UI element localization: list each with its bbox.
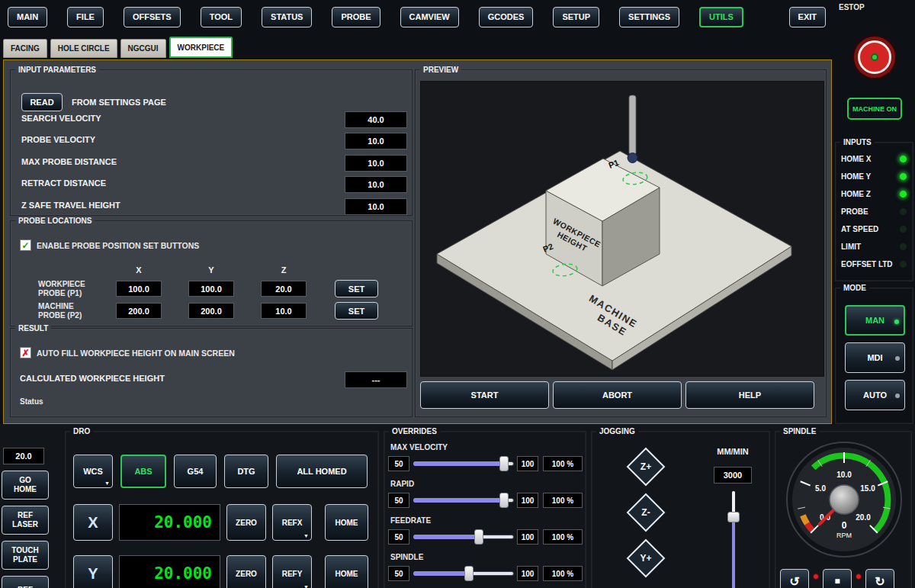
probe-velocity-label: PROBE VELOCITY <box>21 135 95 144</box>
menu-camview[interactable]: CAMVIEW <box>400 7 459 27</box>
tab-workpiece[interactable]: WORKPIECE <box>169 37 233 58</box>
input-parameters-groupbox: INPUT PARAMETERS READ FROM SETTINGS PAGE… <box>10 69 413 216</box>
jog-rate-field[interactable]: 3000 <box>714 467 752 484</box>
search-velocity-field[interactable]: 40.0 <box>345 111 407 128</box>
jog-z-minus-button[interactable]: Z- <box>626 493 666 532</box>
menu-status[interactable]: STATUS <box>262 7 312 27</box>
y-home-button[interactable]: HOME <box>325 555 368 588</box>
p1-x-field[interactable]: 100.0 <box>116 281 162 297</box>
help-button[interactable]: HELP <box>685 381 814 409</box>
p2-x-field[interactable]: 200.0 <box>116 303 162 319</box>
touch-height-field[interactable]: 20.0 <box>3 448 44 464</box>
search-velocity-label: SEARCH VELOCITY <box>21 114 101 123</box>
estop-button[interactable] <box>852 35 897 79</box>
spindle-100-button[interactable]: 100 <box>517 566 538 581</box>
touch-plate-button[interactable]: TOUCH PLATE <box>2 541 49 570</box>
z-safe-height-field[interactable]: 10.0 <box>345 198 407 215</box>
g54-button[interactable]: G54 <box>174 455 217 488</box>
rapid-100-button[interactable]: 100 <box>517 493 538 508</box>
wcs-button[interactable]: WCS ▼ <box>73 455 113 488</box>
ref-button[interactable]: REF <box>2 576 49 588</box>
go-home-button[interactable]: GO HOME <box>2 471 49 500</box>
p2-y-field[interactable]: 200.0 <box>188 303 234 319</box>
menu-setup[interactable]: SETUP <box>553 7 599 27</box>
ref-laser-button[interactable]: REF LASER <box>2 506 49 535</box>
dtg-button[interactable]: DTG <box>224 455 268 488</box>
status-label: Status <box>20 397 43 406</box>
rapid-50-button[interactable]: 50 <box>388 493 409 508</box>
max-velocity-50-button[interactable]: 50 <box>388 456 409 471</box>
max-velocity-slider[interactable] <box>413 456 514 471</box>
p1-set-button[interactable]: SET <box>335 280 378 297</box>
y-zero-button[interactable]: ZERO <box>226 555 266 588</box>
p1-y-field[interactable]: 100.0 <box>188 281 234 297</box>
dro-title: DRO <box>70 426 93 436</box>
p2-z-field[interactable]: 10.0 <box>261 303 307 319</box>
start-button[interactable]: START <box>420 381 549 409</box>
menu-utils[interactable]: UTILS <box>699 7 743 27</box>
preview-illustration: WORKPIECE HEIGHT MACHINE BASE P1 <box>421 82 824 376</box>
mode-man-button[interactable]: MAN <box>845 305 905 336</box>
slider-handle[interactable] <box>474 529 483 545</box>
tab-ngcgui[interactable]: NGCGUI <box>120 39 166 58</box>
feedrate-slider[interactable] <box>413 529 514 545</box>
exit-button[interactable]: EXIT <box>789 7 826 27</box>
tab-facing[interactable]: FACING <box>3 39 47 58</box>
spindle-cw-button[interactable]: ↻ <box>865 569 894 588</box>
menu-probe[interactable]: PROBE <box>332 7 380 27</box>
retract-distance-field[interactable]: 10.0 <box>345 176 407 193</box>
abort-button[interactable]: ABORT <box>553 381 682 409</box>
rapid-slider[interactable] <box>413 493 514 508</box>
spindle-ovr-readout: 100 % <box>543 566 583 581</box>
slider-handle[interactable] <box>464 566 474 581</box>
jog-z-plus-button[interactable]: Z+ <box>626 447 666 487</box>
abs-button[interactable]: ABS <box>120 455 166 488</box>
jog-y-plus-button[interactable]: Y+ <box>626 538 666 578</box>
read-button[interactable]: READ <box>21 93 63 111</box>
mode-auto-button[interactable]: AUTO <box>845 380 905 410</box>
feedrate-100-button[interactable]: 100 <box>517 529 538 545</box>
y-axis-button[interactable]: Y <box>73 555 113 588</box>
max-probe-distance-field[interactable]: 10.0 <box>345 155 407 172</box>
p1-z-field[interactable]: 20.0 <box>261 281 307 297</box>
slider-handle[interactable] <box>727 512 740 522</box>
menu-offsets[interactable]: OFFSETS <box>124 7 181 27</box>
menu-tool[interactable]: TOOL <box>201 7 242 27</box>
menu-main[interactable]: MAIN <box>8 7 47 27</box>
feedrate-label: FEEDRATE <box>390 516 431 525</box>
input-label: HOME Y <box>841 172 871 181</box>
menu-settings[interactable]: SETTINGS <box>619 7 679 27</box>
spindle-50-button[interactable]: 50 <box>388 566 409 581</box>
result-title: RESULT <box>15 323 51 333</box>
p2-set-button[interactable]: SET <box>335 302 378 320</box>
autofill-checkbox[interactable]: ✗ <box>20 347 31 358</box>
estop-label: ESTOP <box>839 3 865 11</box>
y-ref-button[interactable]: REFY ▼ <box>272 555 312 588</box>
x-home-button[interactable]: HOME <box>325 504 368 541</box>
menu-file[interactable]: FILE <box>67 7 104 27</box>
feedrate-50-button[interactable]: 50 <box>388 529 409 545</box>
spindle-ccw-button[interactable]: ↺ <box>780 569 809 588</box>
slider-handle[interactable] <box>499 456 509 471</box>
tab-hole-circle[interactable]: HOLE CIRCLE <box>50 39 117 58</box>
jog-rate-slider[interactable] <box>727 491 740 588</box>
mode-mdi-button[interactable]: MDI <box>845 342 905 373</box>
all-homed-button[interactable]: ALL HOMED <box>276 455 368 488</box>
input-label: PROBE <box>841 207 868 216</box>
estop-center-led <box>871 53 878 61</box>
jog-rate-unit-label: MM/MIN <box>706 447 759 456</box>
probe-velocity-field[interactable]: 10.0 <box>345 133 407 149</box>
x-ref-button[interactable]: REFX ▼ <box>272 504 312 541</box>
col-y-header: Y <box>188 265 234 275</box>
machine-on-button[interactable]: MACHINE ON <box>847 98 902 120</box>
slider-handle[interactable] <box>499 493 509 508</box>
spindle-stop-button[interactable]: ■ <box>823 569 852 588</box>
x-zero-button[interactable]: ZERO <box>226 504 266 541</box>
enable-set-buttons-checkbox[interactable]: ✓ <box>20 239 31 251</box>
col-x-header: X <box>116 265 162 275</box>
max-velocity-100-button[interactable]: 100 <box>517 456 538 471</box>
jog-y-plus-label: Y+ <box>626 538 666 578</box>
spindle-ovr-slider[interactable] <box>413 566 514 581</box>
x-axis-button[interactable]: X <box>73 504 113 541</box>
menu-gcodes[interactable]: GCODES <box>479 7 534 27</box>
